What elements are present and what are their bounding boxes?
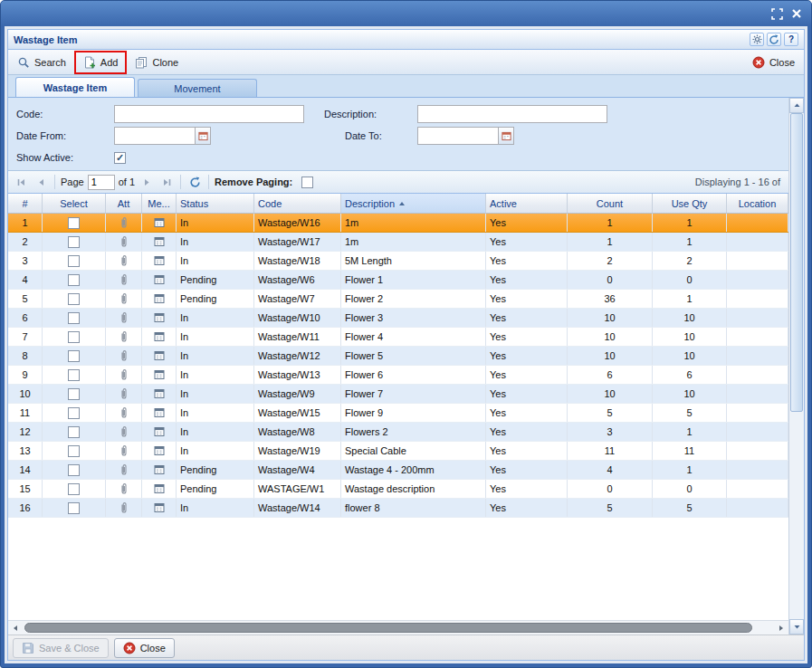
refresh-tool-icon[interactable] [767,33,781,46]
grid-row[interactable]: 7InWastage/W11Flower 4Yes1010 [8,328,788,347]
column-header-description[interactable]: Description [341,194,486,213]
next-page-button[interactable] [139,174,155,190]
grid-row[interactable]: 4PendingWastage/W6Flower 1Yes00 [8,271,788,290]
last-page-button[interactable] [158,174,175,190]
row-select-checkbox[interactable] [68,445,80,457]
grid-row[interactable]: 2InWastage/W171mYes11 [8,233,788,252]
grid-row[interactable]: 10InWastage/W9Flower 7Yes1010 [8,385,788,404]
attachment-icon[interactable] [119,482,129,495]
date-to-input[interactable] [417,127,499,145]
add-button[interactable]: Add [78,53,124,72]
row-select-checkbox[interactable] [68,331,80,343]
help-tool-icon[interactable]: ? [784,33,798,46]
search-button[interactable]: Search [12,53,72,72]
attachment-icon[interactable] [119,292,129,305]
grid-row[interactable]: 8InWastage/W12Flower 5Yes1010 [8,347,788,366]
show-active-checkbox[interactable] [114,152,126,164]
vertical-scroll-thumb[interactable] [790,113,803,412]
attachment-icon[interactable] [119,235,129,248]
refresh-button[interactable] [186,174,203,190]
attachment-icon[interactable] [119,216,129,229]
movement-calendar-icon[interactable] [154,312,165,323]
attachment-icon[interactable] [119,254,129,267]
grid-row[interactable]: 15PendingWASTAGE/W1Wastage descriptionYe… [8,480,788,499]
code-input[interactable] [114,105,304,123]
clone-button[interactable]: Clone [129,53,184,72]
description-input[interactable] [417,105,607,123]
row-select-checkbox[interactable] [68,312,80,324]
movement-calendar-icon[interactable] [154,369,165,380]
attachment-icon[interactable] [119,425,129,438]
scroll-right-icon[interactable] [774,621,788,635]
movement-calendar-icon[interactable] [154,445,165,456]
close-button[interactable]: Close [747,53,800,72]
row-select-checkbox[interactable] [68,426,80,438]
movement-calendar-icon[interactable] [154,388,165,399]
scroll-down-icon[interactable] [789,619,804,635]
column-header-code[interactable]: Code [254,194,341,213]
row-select-checkbox[interactable] [68,274,80,286]
column-header-count[interactable]: Count [568,194,653,213]
maximize-icon[interactable] [771,8,783,20]
attachment-icon[interactable] [119,387,129,400]
save-close-button[interactable]: Save & Close [13,638,109,658]
row-select-checkbox[interactable] [68,388,80,400]
horizontal-scrollbar[interactable] [8,620,788,635]
grid-row[interactable]: 6InWastage/W10Flower 3Yes1010 [8,309,788,328]
date-to-picker-icon[interactable] [499,127,514,145]
attachment-icon[interactable] [119,330,129,343]
movement-calendar-icon[interactable] [154,331,165,342]
grid-row[interactable]: 11InWastage/W15Flower 9Yes55 [8,404,788,423]
grid-row[interactable]: 9InWastage/W13Flower 6Yes66 [8,366,788,385]
grid-row[interactable]: 16InWastage/W14flower 8Yes55 [8,499,788,518]
remove-paging-checkbox[interactable] [301,177,313,188]
prev-page-button[interactable] [33,174,49,190]
horizontal-scroll-track[interactable] [23,621,774,635]
row-select-checkbox[interactable] [68,217,80,229]
grid-row[interactable]: 13InWastage/W19Special CableYes1111 [8,442,788,461]
vertical-scrollbar[interactable] [788,98,804,635]
first-page-button[interactable] [13,174,29,190]
date-from-picker-icon[interactable] [196,127,211,145]
row-select-checkbox[interactable] [68,483,80,495]
column-header-num[interactable]: # [8,194,43,213]
horizontal-scroll-thumb[interactable] [24,623,752,633]
attachment-icon[interactable] [119,444,129,457]
movement-calendar-icon[interactable] [154,483,165,494]
tab-movement[interactable]: Movement [138,79,257,97]
attachment-icon[interactable] [119,368,129,381]
movement-calendar-icon[interactable] [154,350,165,361]
grid-row[interactable]: 3InWastage/W185M LengthYes22 [8,252,788,271]
grid-row[interactable]: 1InWastage/W161mYes11 [8,214,788,233]
date-from-input[interactable] [114,127,196,145]
attachment-icon[interactable] [119,463,129,476]
grid-row[interactable]: 5PendingWastage/W7Flower 2Yes361 [8,290,788,309]
movement-calendar-icon[interactable] [154,217,165,228]
tab-wastage-item[interactable]: Wastage Item [15,77,135,97]
movement-calendar-icon[interactable] [154,255,165,266]
attachment-icon[interactable] [119,311,129,324]
scroll-left-icon[interactable] [8,621,23,635]
attachment-icon[interactable] [119,349,129,362]
row-select-checkbox[interactable] [68,502,80,514]
row-select-checkbox[interactable] [68,407,80,419]
movement-calendar-icon[interactable] [154,464,165,475]
column-header-status[interactable]: Status [177,194,254,213]
settings-tool-icon[interactable] [750,33,764,46]
movement-calendar-icon[interactable] [154,274,165,285]
attachment-icon[interactable] [119,501,129,514]
row-select-checkbox[interactable] [68,255,80,267]
column-header-select[interactable]: Select [43,194,106,213]
column-header-me[interactable]: Me... [142,194,177,213]
footer-close-button[interactable]: Close [114,638,175,658]
page-input[interactable] [88,175,115,190]
column-header-use_qty[interactable]: Use Qty [653,194,727,213]
row-select-checkbox[interactable] [68,369,80,381]
window-close-icon[interactable] [791,8,802,19]
grid-row[interactable]: 12InWastage/W8Flowers 2Yes31 [8,423,788,442]
column-header-att[interactable]: Att [106,194,142,213]
row-select-checkbox[interactable] [68,350,80,362]
attachment-icon[interactable] [119,273,129,286]
row-select-checkbox[interactable] [68,464,80,476]
row-select-checkbox[interactable] [68,293,80,305]
